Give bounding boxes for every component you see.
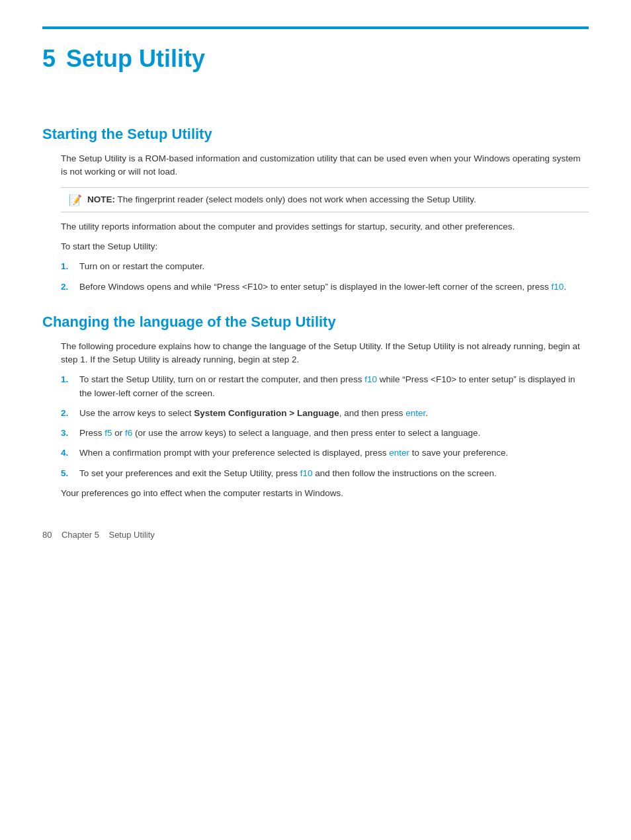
step-text: Press f5 or f6 (or use the arrow keys) t…	[79, 427, 480, 440]
section1-heading: Starting the Setup Utility	[42, 126, 589, 143]
section2-steps: To start the Setup Utility, turn on or r…	[61, 373, 589, 480]
footer-chapter-ref: Chapter 5	[62, 530, 99, 540]
list-item: Press f5 or f6 (or use the arrow keys) t…	[61, 427, 589, 440]
section1-body2: The utility reports information about th…	[61, 220, 589, 233]
enter-link: enter	[405, 408, 425, 418]
page: 5Setup Utility Starting the Setup Utilit…	[0, 0, 631, 560]
f6-link: f6	[125, 428, 132, 438]
f5-link: f5	[105, 428, 112, 438]
section1-to-start: To start the Setup Utility:	[61, 240, 589, 253]
list-item: To start the Setup Utility, turn on or r…	[61, 373, 589, 400]
list-item: Turn on or restart the computer.	[61, 260, 589, 273]
section-changing-language: Changing the language of the Setup Utili…	[42, 314, 589, 500]
step-text: When a confirmation prompt with your pre…	[79, 446, 508, 460]
list-item: When a confirmation prompt with your pre…	[61, 446, 589, 460]
footer: 80 Chapter 5 Setup Utility	[42, 530, 155, 540]
step-text: To set your preferences and exit the Set…	[79, 467, 497, 480]
note-text: The fingerprint reader (select models on…	[118, 194, 476, 204]
footer-section-ref: Setup Utility	[108, 530, 154, 540]
step-text: Use the arrow keys to select System Conf…	[79, 407, 428, 420]
note-label: NOTE:	[87, 194, 115, 204]
f10-link-3: f10	[300, 468, 313, 478]
system-config-label: System Configuration > Language	[194, 408, 339, 418]
chapter-number: 5	[42, 45, 56, 72]
chapter-title: Setup Utility	[66, 45, 205, 72]
note-content: NOTE: The fingerprint reader (select mod…	[87, 193, 476, 206]
note-box: 📝 NOTE: The fingerprint reader (select m…	[61, 187, 589, 212]
section2-heading: Changing the language of the Setup Utili…	[42, 314, 589, 331]
list-item: To set your preferences and exit the Set…	[61, 467, 589, 480]
top-rule	[42, 26, 589, 29]
list-item: Before Windows opens and while “Press <F…	[61, 280, 589, 294]
section2-footer-text: Your preferences go into effect when the…	[61, 487, 589, 500]
step-text: Turn on or restart the computer.	[79, 260, 204, 273]
chapter-heading: 5Setup Utility	[42, 45, 589, 73]
section1-steps: Turn on or restart the computer. Before …	[61, 260, 589, 294]
step-text: To start the Setup Utility, turn on or r…	[79, 373, 589, 400]
footer-page-number: 80	[42, 530, 52, 540]
note-icon: 📝	[69, 194, 82, 206]
f10-link: f10	[552, 282, 564, 292]
f10-link-2: f10	[364, 374, 377, 384]
section1-intro: The Setup Utility is a ROM-based informa…	[61, 152, 589, 179]
step-text: Before Windows opens and while “Press <F…	[79, 280, 566, 294]
section-starting-setup-utility: Starting the Setup Utility The Setup Uti…	[42, 126, 589, 294]
enter-link-2: enter	[389, 448, 409, 458]
section2-intro: The following procedure explains how to …	[61, 340, 589, 367]
list-item: Use the arrow keys to select System Conf…	[61, 407, 589, 420]
